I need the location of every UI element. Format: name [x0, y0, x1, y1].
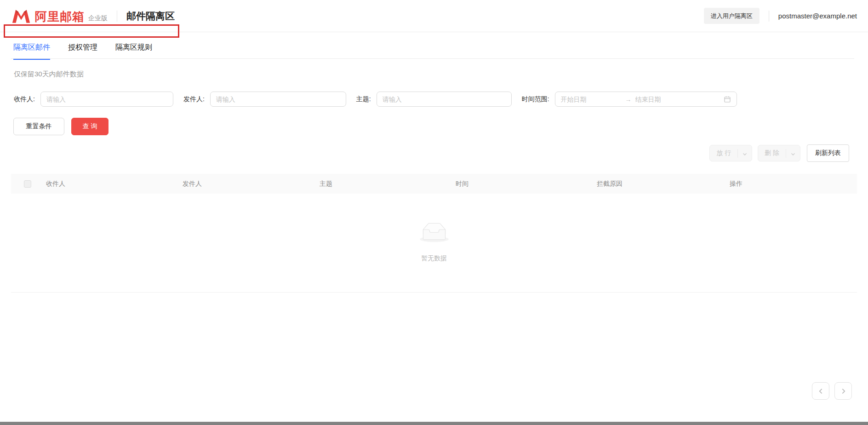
- enter-user-quarantine-button[interactable]: 进入用户隔离区: [704, 8, 760, 24]
- topbar-right: 进入用户隔离区 postmaster@example.net: [704, 8, 857, 24]
- sender-input[interactable]: [210, 92, 346, 107]
- tab-quarantine-mail[interactable]: 隔离区邮件: [13, 43, 50, 60]
- chevron-down-icon: [790, 151, 796, 157]
- column-header-block-reason: 拦截原因: [597, 180, 730, 188]
- calendar-icon[interactable]: [724, 96, 731, 103]
- sender-filter: 发件人:: [183, 92, 346, 107]
- search-button[interactable]: 查 询: [71, 118, 108, 135]
- empty-text: 暂无数据: [0, 254, 868, 263]
- chevron-right-icon: [840, 388, 847, 395]
- date-range-picker[interactable]: →: [555, 92, 737, 107]
- date-range-label: 时间范围:: [522, 95, 549, 103]
- empty-box-icon: [419, 221, 450, 245]
- brand-edition: 企业版: [88, 12, 108, 23]
- header-divider: [117, 11, 117, 22]
- column-header-subject: 主题: [320, 180, 456, 188]
- account-divider: [769, 11, 769, 22]
- sender-label: 发件人:: [183, 95, 205, 103]
- subject-label: 主题:: [356, 95, 371, 103]
- date-range-arrow-icon: →: [624, 96, 635, 103]
- select-all-checkbox[interactable]: [24, 180, 31, 188]
- red-annotation-rectangle: [4, 24, 179, 38]
- end-date-input[interactable]: [635, 96, 699, 103]
- prev-page-button[interactable]: [812, 382, 829, 400]
- alimail-logo-icon: [11, 8, 31, 23]
- brand[interactable]: 阿里邮箱 企业版: [11, 8, 108, 23]
- chevron-down-icon: [742, 151, 748, 157]
- delete-button-label: 删 除: [758, 149, 786, 157]
- next-page-button[interactable]: [834, 382, 852, 400]
- list-action-row: 放 行 删 除 刷新列表: [709, 144, 849, 162]
- subject-input[interactable]: [377, 92, 512, 107]
- table-header: 收件人 发件人 主题 时间 拦截原因 操作: [11, 174, 857, 194]
- recipient-filter: 收件人:: [14, 92, 173, 107]
- page-title: 邮件隔离区: [126, 10, 175, 23]
- subject-filter: 主题:: [356, 92, 512, 107]
- release-button-label: 放 行: [710, 149, 737, 157]
- filter-bar: 收件人: 发件人: 主题: 时间范围: →: [14, 92, 737, 107]
- content-bottom-divider: [11, 292, 857, 293]
- tabs-divider: [11, 58, 854, 59]
- date-range-filter: 时间范围: →: [522, 92, 737, 107]
- column-header-operation: 操作: [730, 180, 857, 188]
- mail-quarantine-page: 阿里邮箱 企业版 邮件隔离区 进入用户隔离区 postmaster@exampl…: [0, 0, 868, 425]
- empty-state: 暂无数据: [0, 221, 868, 263]
- delete-dropdown-toggle[interactable]: [786, 149, 800, 158]
- brand-name: 阿里邮箱: [35, 10, 85, 23]
- refresh-list-button[interactable]: 刷新列表: [807, 144, 849, 162]
- pagination: [812, 382, 852, 400]
- start-date-input[interactable]: [561, 96, 624, 103]
- tab-authorization[interactable]: 授权管理: [68, 43, 97, 60]
- select-all-cell: [11, 180, 46, 188]
- chevron-left-icon: [817, 388, 824, 395]
- recipient-label: 收件人:: [14, 95, 35, 103]
- column-header-sender: 发件人: [183, 180, 320, 188]
- column-header-recipient: 收件人: [46, 180, 183, 188]
- release-button[interactable]: 放 行: [709, 145, 752, 161]
- release-dropdown-toggle[interactable]: [737, 149, 752, 158]
- reset-conditions-button[interactable]: 重置条件: [13, 118, 64, 135]
- tab-quarantine-rules[interactable]: 隔离区规则: [115, 43, 152, 60]
- column-header-time: 时间: [456, 180, 597, 188]
- query-button-row: 重置条件 查 询: [13, 118, 108, 135]
- retention-notice: 仅保留30天内邮件数据: [14, 70, 84, 79]
- window-bottom-edge: [0, 422, 868, 425]
- tabs: 隔离区邮件 授权管理 隔离区规则: [13, 43, 152, 60]
- delete-button[interactable]: 删 除: [758, 145, 800, 161]
- account-email: postmaster@example.net: [778, 12, 857, 20]
- recipient-input[interactable]: [40, 92, 173, 107]
